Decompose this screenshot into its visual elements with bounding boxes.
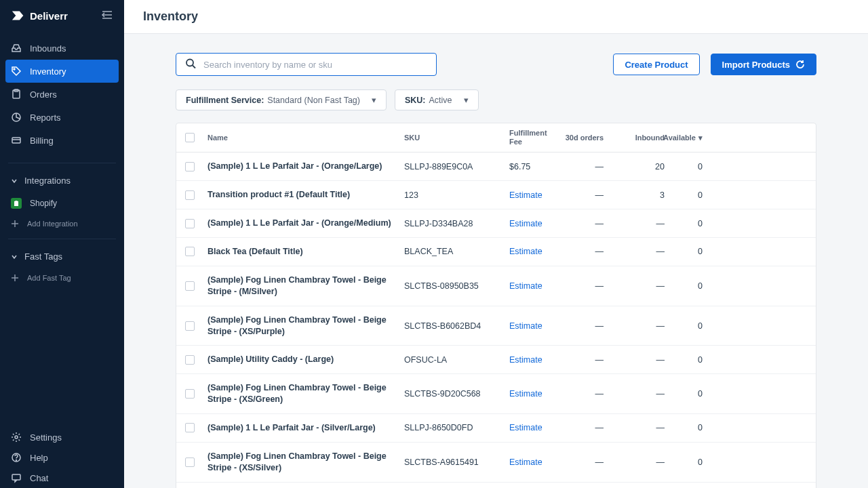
cell-sku: SLCTBS-A9615491 [400, 458, 505, 467]
svg-point-15 [16, 460, 17, 461]
table-row[interactable]: (Sample) 1 L Le Parfait Jar - (Orange/La… [176, 152, 816, 181]
main-content: Inventory Create Product Import Products [124, 0, 868, 488]
estimate-link[interactable]: Estimate [505, 355, 550, 365]
brand-logo: Deliverr [11, 9, 68, 22]
cell-sku: SLCTBS-B6062BD4 [400, 321, 505, 331]
sidebar-item-billing[interactable]: Billing [0, 129, 124, 152]
cell-inbound: — [608, 423, 669, 432]
row-checkbox[interactable] [185, 281, 195, 291]
table-row[interactable]: Black Tea (Default Title) BLACK_TEA Esti… [176, 238, 816, 266]
sidebar-item-reports[interactable]: Reports [0, 106, 124, 129]
nav-label: Inbounds [30, 43, 66, 54]
create-product-button[interactable]: Create Product [613, 54, 699, 75]
cell-inbound: — [608, 389, 669, 399]
table-row[interactable]: (Sample) Fog Linen Chambray Towel - Beig… [176, 374, 816, 414]
row-checkbox[interactable] [185, 355, 195, 365]
table-row[interactable]: (Sample) Fog Linen Chambray Towel - Beig… [176, 266, 816, 306]
column-name[interactable]: Name [203, 134, 400, 142]
chevron-down-icon [11, 253, 18, 260]
integration-shopify[interactable]: Shopify [0, 192, 124, 214]
primary-nav: InboundsInventoryOrdersReportsBilling [0, 31, 124, 157]
cell-name: (Sample) 1 L Le Parfait Jar - (Orange/Me… [203, 218, 400, 229]
row-checkbox[interactable] [185, 458, 195, 467]
sidebar-item-inventory[interactable]: Inventory [5, 60, 119, 83]
sidebar-footer-chat[interactable]: Chat [0, 468, 124, 488]
cell-available: 0 [669, 423, 707, 432]
row-checkbox[interactable] [185, 423, 195, 432]
plus-icon [11, 274, 19, 282]
cell-inbound: — [608, 355, 669, 365]
sku-filter-value: Active [429, 96, 452, 105]
estimate-link[interactable]: Estimate [505, 423, 550, 432]
refresh-icon [795, 60, 805, 69]
chevron-down-icon [11, 178, 18, 184]
row-checkbox[interactable] [185, 247, 195, 256]
sidebar-footer-help[interactable]: Help [0, 447, 124, 468]
table-row[interactable]: (Sample) 1 L Le Parfait Jar - (Silver/La… [176, 414, 816, 443]
row-checkbox[interactable] [185, 219, 195, 228]
import-products-label: Import Products [722, 60, 790, 70]
sku-filter-label: SKU: [405, 96, 426, 105]
fulfillment-filter-label: Fulfillment Service: [186, 96, 264, 105]
add-integration-button[interactable]: Add Integration [0, 214, 124, 233]
cell-sku: SLCTBS-08950B35 [400, 281, 505, 291]
row-checkbox[interactable] [185, 321, 195, 331]
fast-tags-header[interactable]: Fast Tags [0, 245, 124, 268]
deliverr-logo-icon [11, 9, 26, 22]
cell-inbound: — [608, 321, 669, 331]
cell-orders: — [550, 355, 608, 365]
estimate-link[interactable]: Estimate [505, 219, 550, 228]
column-available[interactable]: Available ▾ [669, 134, 707, 142]
table-row[interactable]: (Sample) 1 L Le Parfait Jar - (Orange/Sm… [176, 483, 816, 488]
column-inbound[interactable]: Inbound [608, 134, 669, 142]
cell-orders: — [550, 162, 608, 171]
column-orders[interactable]: 30d orders [550, 134, 608, 142]
estimate-link[interactable]: Estimate [505, 281, 550, 291]
page-title: Inventory [124, 0, 868, 34]
estimate-link[interactable]: Estimate [505, 458, 550, 467]
row-checkbox[interactable] [185, 389, 195, 399]
search-input[interactable] [176, 53, 437, 76]
shopify-icon [11, 198, 22, 209]
sidebar-item-orders[interactable]: Orders [0, 83, 124, 106]
import-products-button[interactable]: Import Products [711, 54, 816, 75]
sidebar-item-inbounds[interactable]: Inbounds [0, 37, 124, 60]
cell-orders: — [550, 321, 608, 331]
cell-sku: 123 [400, 190, 505, 200]
fulfillment-service-filter[interactable]: Fulfillment Service: Standard (Non Fast … [176, 89, 387, 110]
column-fee[interactable]: Fulfillment Fee [505, 129, 550, 146]
cell-name: (Sample) 1 L Le Parfait Jar - (Orange/La… [203, 161, 400, 172]
integrations-header[interactable]: Integrations [0, 169, 124, 192]
estimate-link[interactable]: Estimate [505, 321, 550, 331]
cell-orders: — [550, 458, 608, 467]
cell-orders: — [550, 247, 608, 256]
svg-point-17 [186, 60, 193, 66]
table-row[interactable]: (Sample) Fog Linen Chambray Towel - Beig… [176, 443, 816, 483]
table-row[interactable]: (Sample) 1 L Le Parfait Jar - (Orange/Me… [176, 209, 816, 238]
chevron-down-icon: ▾ [464, 95, 469, 105]
table-row[interactable]: Transition product #1 (Default Title) 12… [176, 181, 816, 209]
estimate-link[interactable]: Estimate [505, 389, 550, 399]
sidebar-footer-settings[interactable]: Settings [0, 427, 124, 447]
cell-name: (Sample) Fog Linen Chambray Towel - Beig… [203, 274, 400, 298]
cell-available: 0 [669, 247, 707, 256]
cell-orders: — [550, 423, 608, 432]
sidebar-collapse-button[interactable] [101, 10, 113, 22]
integrations-label: Integrations [24, 176, 71, 186]
row-checkbox[interactable] [185, 190, 195, 200]
cell-inbound: 20 [608, 162, 669, 171]
column-sku[interactable]: SKU [400, 134, 505, 142]
row-checkbox[interactable] [185, 162, 195, 171]
estimate-link[interactable]: Estimate [505, 247, 550, 256]
clipboard-icon [11, 89, 22, 100]
table-row[interactable]: (Sample) Fog Linen Chambray Towel - Beig… [176, 306, 816, 346]
sidebar-footer: SettingsHelpChat [0, 427, 124, 488]
menu-collapse-icon [101, 10, 113, 20]
estimate-link[interactable]: Estimate [505, 190, 550, 200]
table-row[interactable]: (Sample) Utility Caddy - (Large) OFSUC-L… [176, 346, 816, 374]
add-fast-tag-button[interactable]: Add Fast Tag [0, 268, 124, 287]
svg-line-18 [193, 66, 195, 68]
svg-rect-16 [12, 474, 20, 480]
sku-filter[interactable]: SKU: Active ▾ [395, 89, 479, 110]
select-all-checkbox[interactable] [185, 133, 195, 142]
